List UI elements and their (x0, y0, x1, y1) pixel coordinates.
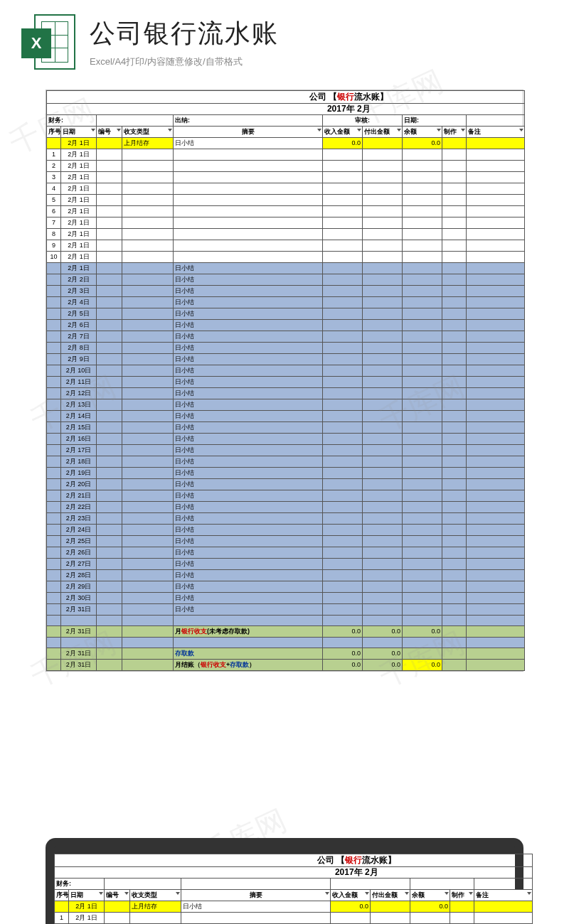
ledger-table: 公司 【银行流水账】 2017年 2月 财务: 出纳: 审核: 日期: 序号 日… (46, 90, 525, 671)
daily-summary-row: 2月 7日日小结 (47, 331, 525, 343)
daily-summary-row: 2月 5日日小结 (47, 308, 525, 320)
summary-row-1: 2月 31日 月银行收支(未考虑存取款) 0.00.00.0 (47, 626, 525, 638)
summary-row-3: 2月 31日 月结账（银行收支+存取款） 0.00.00.0 (47, 660, 525, 671)
daily-summary-row: 2月 24日日小结 (47, 525, 525, 536)
role-row: 财务: 出纳: 审核: 日期: (47, 115, 525, 127)
daily-summary-row: 2月 6日日小结 (47, 320, 525, 331)
entry-row: 72月 1日 (47, 217, 525, 229)
daily-summary-row: 2月 25日日小结 (47, 536, 525, 547)
daily-summary-row: 2月 10日日小结 (47, 365, 525, 377)
col-note[interactable]: 备注 (467, 127, 525, 138)
daily-summary-row: 2月 18日日小结 (47, 456, 525, 468)
title-row: 公司 【银行流水账】 (47, 91, 525, 104)
entry-row: 52月 1日 (47, 195, 525, 206)
entry-row: 32月 1日 (47, 172, 525, 183)
page-header: X 公司银行流水账 Excel/A4打印/内容随意修改/自带格式 (21, 14, 569, 70)
column-headers: 序号 日期 编号 收支类型 摘要 收入金额 付出金额 余额 制作 备注 (47, 127, 525, 138)
daily-summary-row: 2月 15日日小结 (47, 422, 525, 434)
daily-summary-row: 2月 13日日小结 (47, 399, 525, 411)
daily-summary-row: 2月 14日日小结 (47, 411, 525, 422)
entry-row: 92月 1日 (47, 240, 525, 252)
col-maker[interactable]: 制作 (442, 127, 467, 138)
col-seq[interactable]: 序号 (47, 127, 61, 138)
entry-row: 42月 1日 (47, 183, 525, 195)
page-title: 公司银行流水账 (90, 16, 279, 51)
daily-summary-row: 2月 26日日小结 (47, 547, 525, 559)
summary-row-2: 2月 31日 存取款 0.00.0 (47, 648, 525, 660)
daily-summary-row: 2月 31日日小结 (47, 604, 525, 616)
daily-summary-row: 2月 21日日小结 (47, 490, 525, 502)
daily-summary-row: 2月 23日日小结 (47, 513, 525, 525)
daily-summary-row: 2月 20日日小结 (47, 479, 525, 490)
daily-summary-row: 2月 27日日小结 (47, 559, 525, 570)
col-expense[interactable]: 付出金额 (363, 127, 403, 138)
daily-summary-row: 2月 8日日小结 (47, 343, 525, 354)
entry-row: 62月 1日 (47, 206, 525, 217)
excel-icon: X (21, 14, 77, 70)
col-summary[interactable]: 摘要 (174, 127, 323, 138)
daily-summary-row: 2月 3日日小结 (47, 286, 525, 297)
daily-summary-row: 2月 11日日小结 (47, 377, 525, 388)
spacer-row (47, 616, 525, 626)
spacer-row (47, 638, 525, 648)
entry-row: 102月 1日 (47, 252, 525, 263)
daily-summary-row: 2月 16日日小结 (47, 434, 525, 445)
date-row: 2017年 2月 (47, 104, 525, 115)
daily-summary-row: 2月 17日日小结 (47, 445, 525, 456)
daily-summary-row: 2月 1日日小结 (47, 263, 525, 274)
daily-summary-row: 2月 28日日小结 (47, 570, 525, 581)
col-date[interactable]: 日期 (61, 127, 97, 138)
daily-summary-row: 2月 30日日小结 (47, 593, 525, 604)
col-income[interactable]: 收入金额 (323, 127, 363, 138)
spreadsheet-preview: 公司 【银行流水账】 2017年 2月 财务: 出纳: 审核: 日期: 序号 日… (46, 90, 523, 672)
entry-row: 82月 1日 (47, 229, 525, 240)
col-type[interactable]: 收支类型 (122, 127, 174, 138)
entry-row: 22月 1日 (47, 161, 525, 172)
daily-summary-row: 2月 29日日小结 (47, 581, 525, 593)
daily-summary-row: 2月 19日日小结 (47, 468, 525, 479)
col-balance[interactable]: 余额 (403, 127, 442, 138)
daily-summary-row: 2月 2日日小结 (47, 274, 525, 286)
clipboard-preview: 公司 【银行流水账】 2017年 2月 财务: 序号 日期 编号 收支类型 摘要… (0, 838, 569, 924)
daily-summary-row: 2月 4日日小结 (47, 297, 525, 308)
page-subtitle: Excel/A4打印/内容随意修改/自带格式 (90, 55, 279, 68)
col-code[interactable]: 编号 (97, 127, 122, 138)
entry-row: 12月 1日 (47, 149, 525, 161)
daily-summary-row: 2月 9日日小结 (47, 354, 525, 365)
daily-summary-row: 2月 22日日小结 (47, 502, 525, 513)
opening-row: 2月 1日 上月结存 日小结 0.0 0.0 (47, 138, 525, 149)
daily-summary-row: 2月 12日日小结 (47, 388, 525, 399)
